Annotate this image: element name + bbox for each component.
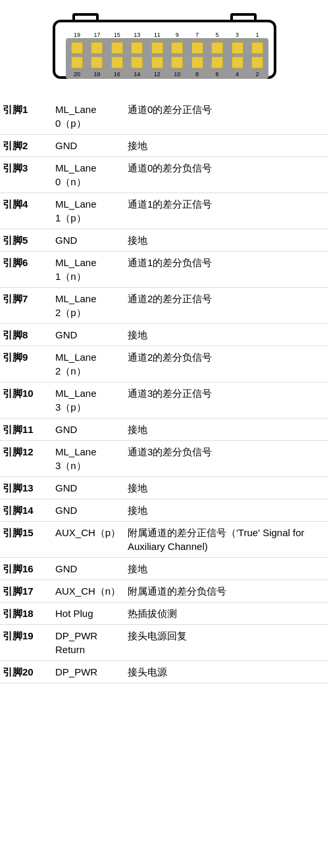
table-row: 引脚11GND接地 (0, 419, 329, 441)
table-row: 引脚9ML_Lane2（n）通道2的差分负信号 (0, 346, 329, 382)
pin-num-top-11: 11 (151, 32, 163, 38)
pin-description: 接地 (125, 135, 329, 157)
pin-signal-name: GND (53, 499, 125, 522)
table-row: 引脚7ML_Lane2（p）通道2的差分正信号 (0, 288, 329, 324)
pin-label: 引脚16 (0, 558, 53, 580)
pin-label: 引脚8 (0, 324, 53, 346)
pin-description: 热插拔侦测 (125, 603, 329, 625)
pin-signal-name: GND (53, 419, 125, 441)
pin-signal-name: ML_Lane3（p） (53, 382, 125, 419)
pin-description: 接地 (125, 229, 329, 252)
table-row: 引脚14GND接地 (0, 499, 329, 522)
table-row: 引脚5GND接地 (0, 229, 329, 252)
pin-label: 引脚4 (0, 193, 53, 229)
pin-top-1 (251, 42, 263, 54)
table-row: 引脚18Hot Plug热插拔侦测 (0, 603, 329, 625)
table-row: 引脚20DP_PWR接头电源 (0, 661, 329, 683)
pin-num-bottom-2: 2 (251, 71, 263, 78)
table-row: 引脚12ML_Lane3（n）通道3的差分负信号 (0, 441, 329, 477)
pin-top-9 (171, 42, 183, 54)
pin-description: 通道2的差分负信号 (125, 346, 329, 382)
connector-outer: 191715131197531 2018161412108642 (53, 20, 276, 79)
pin-description: 接头电源回复 (125, 625, 329, 661)
pin-top-19 (71, 42, 83, 54)
pin-bottom-14 (131, 57, 143, 68)
pin-description: 通道3的差分正信号 (125, 382, 329, 419)
pin-num-bottom-4: 4 (232, 71, 243, 78)
pin-num-top-15: 15 (111, 32, 123, 38)
pin-label: 引脚10 (0, 382, 53, 419)
pin-signal-name: ML_Lane1（p） (53, 193, 125, 229)
pin-num-bottom-12: 12 (151, 71, 163, 78)
pin-signal-name: ML_Lane0（p） (53, 99, 125, 135)
table-row: 引脚16GND接地 (0, 558, 329, 580)
table-row: 引脚19DP_PWRReturn接头电源回复 (0, 625, 329, 661)
pin-label: 引脚19 (0, 625, 53, 661)
pin-signal-name: ML_Lane2（p） (53, 288, 125, 324)
pin-num-top-17: 17 (91, 32, 103, 38)
pin-label: 引脚15 (0, 522, 53, 558)
pin-description: 接地 (125, 477, 329, 499)
pin-signal-name: ML_Lane0（n） (53, 157, 125, 193)
pin-top-13 (131, 42, 143, 54)
pin-label: 引脚17 (0, 580, 53, 603)
pin-signal-name: GND (53, 477, 125, 499)
table-row: 引脚6ML_Lane1（n）通道1的差分负信号 (0, 252, 329, 288)
pin-numbers-top: 191715131197531 (71, 32, 263, 38)
pin-signal-name: GND (53, 324, 125, 346)
pin-row-top (71, 42, 263, 54)
pin-label: 引脚6 (0, 252, 53, 288)
table-row: 引脚1ML_Lane0（p）通道0的差分正信号 (0, 99, 329, 135)
pin-top-5 (211, 42, 223, 54)
pin-description: 通道3的差分负信号 (125, 441, 329, 477)
pin-description: 接地 (125, 324, 329, 346)
table-row: 引脚8GND接地 (0, 324, 329, 346)
pin-row-bottom (71, 57, 263, 68)
pin-top-3 (232, 42, 243, 54)
pin-signal-name: Hot Plug (53, 603, 125, 625)
pin-num-bottom-10: 10 (171, 71, 183, 78)
pin-label: 引脚18 (0, 603, 53, 625)
pins-container (71, 42, 263, 68)
pin-label: 引脚3 (0, 157, 53, 193)
pin-signal-name: AUX_CH（p） (53, 522, 125, 558)
connector-wrapper: 191715131197531 2018161412108642 (53, 13, 276, 92)
pin-numbers-bottom: 2018161412108642 (71, 71, 263, 78)
pin-description: 附属通道的差分负信号 (125, 580, 329, 603)
table-row: 引脚3ML_Lane0（n）通道0的差分负信号 (0, 157, 329, 193)
pin-description: 通道0的差分负信号 (125, 157, 329, 193)
pin-bottom-2 (251, 57, 263, 68)
pin-top-17 (91, 42, 103, 54)
pin-bottom-16 (111, 57, 123, 68)
pin-description: 通道2的差分正信号 (125, 288, 329, 324)
pin-num-top-7: 7 (191, 32, 203, 38)
table-row: 引脚15AUX_CH（p）附属通道的差分正信号（'True' Signal fo… (0, 522, 329, 558)
pin-signal-name: DP_PWRReturn (53, 625, 125, 661)
pin-signal-name: ML_Lane2（n） (53, 346, 125, 382)
pin-label: 引脚7 (0, 288, 53, 324)
pin-bottom-4 (232, 57, 243, 68)
pin-description: 附属通道的差分正信号（'True' Signal for Auxiliary C… (125, 522, 329, 558)
pin-num-bottom-8: 8 (191, 71, 203, 78)
table-row: 引脚10ML_Lane3（p）通道3的差分正信号 (0, 382, 329, 419)
pin-num-top-19: 19 (71, 32, 83, 38)
pin-top-15 (111, 42, 123, 54)
pin-label: 引脚13 (0, 477, 53, 499)
pin-bottom-6 (211, 57, 223, 68)
table-row: 引脚2GND接地 (0, 135, 329, 157)
pin-num-top-9: 9 (171, 32, 183, 38)
connector-diagram: 191715131197531 2018161412108642 (0, 0, 329, 99)
pin-num-bottom-6: 6 (211, 71, 223, 78)
pin-label: 引脚2 (0, 135, 53, 157)
pin-label: 引脚11 (0, 419, 53, 441)
pin-signal-name: ML_Lane1（n） (53, 252, 125, 288)
pin-table: 引脚1ML_Lane0（p）通道0的差分正信号引脚2GND接地引脚3ML_Lan… (0, 99, 329, 683)
table-row: 引脚17AUX_CH（n）附属通道的差分负信号 (0, 580, 329, 603)
pin-label: 引脚14 (0, 499, 53, 522)
pin-num-top-5: 5 (211, 32, 223, 38)
pin-signal-name: GND (53, 558, 125, 580)
pin-description: 通道1的差分负信号 (125, 252, 329, 288)
pin-signal-name: ML_Lane3（n） (53, 441, 125, 477)
pin-num-bottom-16: 16 (111, 71, 123, 78)
table-row: 引脚4ML_Lane1（p）通道1的差分正信号 (0, 193, 329, 229)
